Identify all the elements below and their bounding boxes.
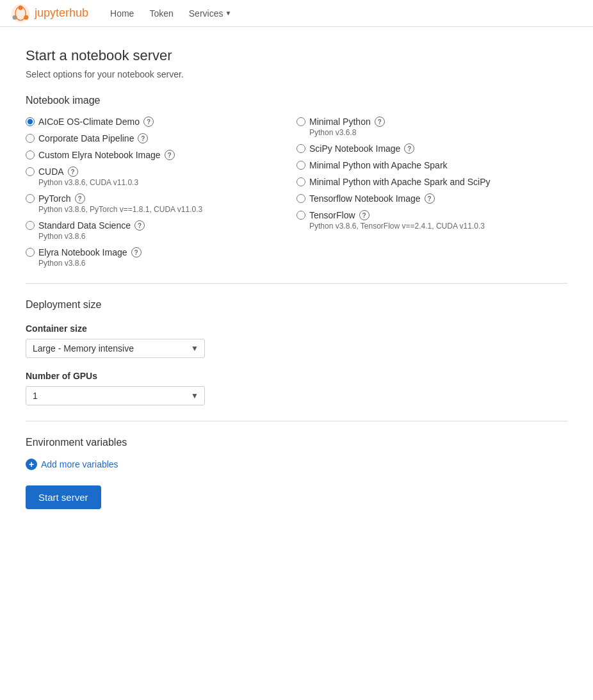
deployment-title: Deployment size [26,299,567,311]
radio-pytorch[interactable] [26,194,35,203]
start-server-button[interactable]: Start server [26,485,101,509]
radio-label-minimal-python[interactable]: Minimal Python ? [296,117,567,127]
help-icon-aicoe[interactable]: ? [143,117,154,127]
radio-elyra[interactable] [26,248,35,257]
radio-cuda[interactable] [26,167,35,176]
main-content: Start a notebook server Select options f… [0,27,593,700]
radio-label-tensorflow[interactable]: TensorFlow ? [296,210,567,220]
radio-text-cuda: CUDA [38,167,64,177]
num-gpus-group: Number of GPUs 0 1 2 4 ▼ [26,371,567,405]
help-icon-corporate[interactable]: ? [138,133,148,143]
radio-subtext-minimal-python: Python v3.6.8 [309,128,567,137]
nav-home[interactable]: Home [104,8,140,19]
radio-label-scipy[interactable]: SciPy Notebook Image ? [296,143,567,154]
help-icon-minimal-python[interactable]: ? [375,117,385,127]
radio-text-custom-elyra: Custom Elyra Notebook Image [38,150,161,160]
container-size-group: Container size Small Medium Large - Memo… [26,323,567,358]
jupyterhub-logo-icon [10,3,31,24]
radio-option-minimal-python: Minimal Python ? Python v3.6.8 [296,117,567,137]
plus-circle-icon: + [26,459,37,470]
notebook-col-right: Minimal Python ? Python v3.6.8 SciPy Not… [296,117,567,268]
svg-point-1 [18,5,22,10]
radio-option-standard-ds: Standard Data Science ? Python v3.8.6 [26,220,296,241]
navbar: jupyterhub Home Token Services ▼ [0,0,593,27]
radio-option-scipy: SciPy Notebook Image ? [296,143,567,154]
radio-label-pytorch[interactable]: PyTorch ? [26,193,296,204]
radio-minimal-spark[interactable] [296,161,305,170]
nav-token-link[interactable]: Token [143,6,179,21]
env-variables-title: Environment variables [26,437,567,448]
help-icon-elyra[interactable]: ? [131,247,142,257]
nav-services-link[interactable]: Services ▼ [183,6,238,21]
container-size-select[interactable]: Small Medium Large - Memory intensive Ex… [26,339,205,358]
radio-text-tensorflow-notebook: Tensorflow Notebook Image [309,193,421,204]
radio-aicoe[interactable] [26,117,35,126]
notebook-col-left: AICoE OS-Climate Demo ? Corporate Data P… [26,117,296,268]
num-gpus-label: Number of GPUs [26,371,567,381]
chevron-down-icon: ▼ [225,10,231,17]
radio-text-pytorch: PyTorch [38,193,71,204]
radio-text-minimal-spark: Minimal Python with Apache Spark [309,160,448,170]
radio-label-elyra[interactable]: Elyra Notebook Image ? [26,247,296,257]
nav-home-link[interactable]: Home [104,6,140,21]
radio-label-tensorflow-notebook[interactable]: Tensorflow Notebook Image ? [296,193,567,204]
deployment-section: Deployment size Container size Small Med… [26,299,567,405]
radio-scipy[interactable] [296,144,305,153]
brand-logo[interactable]: jupyterhub [10,3,88,24]
radio-tensorflow-notebook[interactable] [296,194,305,203]
add-variables-label: Add more variables [41,459,118,469]
radio-option-elyra: Elyra Notebook Image ? Python v3.8.6 [26,247,296,268]
notebook-image-title: Notebook image [26,95,567,106]
radio-label-minimal-spark[interactable]: Minimal Python with Apache Spark [296,160,567,170]
help-icon-tensorflow-notebook[interactable]: ? [425,193,435,204]
page-title: Start a notebook server [26,47,567,64]
help-icon-standard-ds[interactable]: ? [134,220,145,231]
radio-standard-ds[interactable] [26,221,35,230]
num-gpus-select-wrapper: 0 1 2 4 ▼ [26,386,205,405]
radio-minimal-python[interactable] [296,117,305,126]
radio-label-corporate[interactable]: Corporate Data Pipeline ? [26,133,296,143]
add-variables-button[interactable]: + Add more variables [26,459,118,470]
radio-option-corporate: Corporate Data Pipeline ? [26,133,296,143]
radio-text-corporate: Corporate Data Pipeline [38,133,134,143]
radio-option-custom-elyra: Custom Elyra Notebook Image ? [26,150,296,160]
radio-text-tensorflow: TensorFlow [309,210,355,220]
brand-text: jupyterhub [35,6,88,20]
nav-services[interactable]: Services ▼ [183,6,238,21]
help-icon-scipy[interactable]: ? [404,143,414,154]
help-icon-cuda[interactable]: ? [68,167,78,177]
radio-minimal-spark-scipy[interactable] [296,177,305,186]
radio-custom-elyra[interactable] [26,151,35,159]
help-icon-pytorch[interactable]: ? [75,193,85,204]
nav-token[interactable]: Token [143,8,179,19]
radio-label-cuda[interactable]: CUDA ? [26,167,296,177]
radio-label-minimal-spark-scipy[interactable]: Minimal Python with Apache Spark and Sci… [296,177,567,187]
radio-option-minimal-spark-scipy: Minimal Python with Apache Spark and Sci… [296,177,567,187]
radio-subtext-standard-ds: Python v3.8.6 [38,232,296,241]
radio-option-pytorch: PyTorch ? Python v3.8.6, PyTorch v==1.8.… [26,193,296,214]
container-size-select-wrapper: Small Medium Large - Memory intensive Ex… [26,339,205,358]
num-gpus-select[interactable]: 0 1 2 4 [26,386,205,405]
radio-text-minimal-python: Minimal Python [309,117,371,127]
radio-corporate[interactable] [26,134,35,143]
radio-label-custom-elyra[interactable]: Custom Elyra Notebook Image ? [26,150,296,160]
env-variables-section: Environment variables + Add more variabl… [26,437,567,470]
divider-2 [26,421,567,421]
radio-option-tensorflow: TensorFlow ? Python v3.8.6, TensorFlow v… [296,210,567,231]
radio-text-minimal-spark-scipy: Minimal Python with Apache Spark and Sci… [309,177,490,187]
radio-text-aicoe: AICoE OS-Climate Demo [38,117,140,127]
radio-label-aicoe[interactable]: AICoE OS-Climate Demo ? [26,117,296,127]
help-icon-tensorflow[interactable]: ? [359,210,370,220]
radio-text-standard-ds: Standard Data Science [38,220,131,231]
radio-subtext-elyra: Python v3.8.6 [38,259,296,268]
radio-label-standard-ds[interactable]: Standard Data Science ? [26,220,296,231]
radio-tensorflow[interactable] [296,211,305,220]
radio-text-elyra: Elyra Notebook Image [38,247,127,257]
help-icon-custom-elyra[interactable]: ? [165,150,175,160]
notebook-image-grid: AICoE OS-Climate Demo ? Corporate Data P… [26,117,567,268]
divider-1 [26,283,567,284]
radio-subtext-pytorch: Python v3.8.6, PyTorch v==1.8.1, CUDA v1… [38,205,296,214]
radio-option-aicoe: AICoE OS-Climate Demo ? [26,117,296,127]
radio-option-tensorflow-notebook: Tensorflow Notebook Image ? [296,193,567,204]
page-subtitle: Select options for your notebook server. [26,69,567,79]
